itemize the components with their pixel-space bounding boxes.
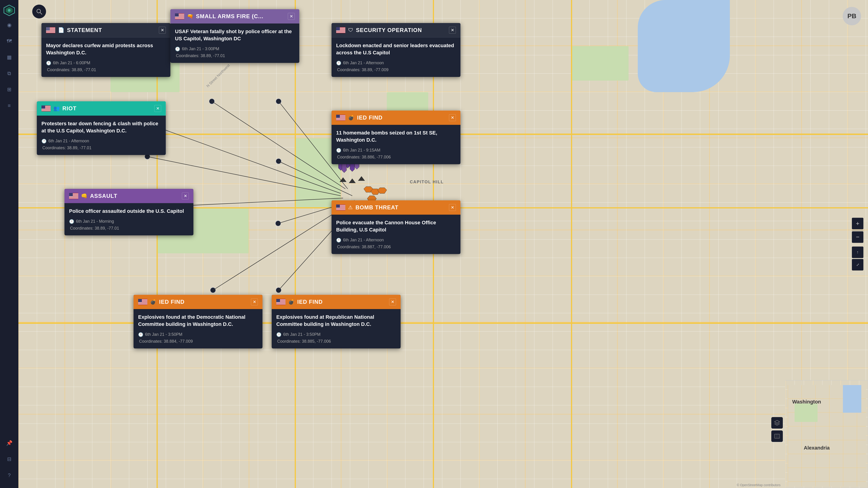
svg-rect-75 xyxy=(69,193,73,196)
bomb-time: 🕐 6th Jan 21 - Afternoon xyxy=(336,238,456,243)
ied1-type: IED FIND xyxy=(357,115,446,121)
statement-body: Mayor declares curfew amid protests acro… xyxy=(41,37,170,77)
svg-rect-113 xyxy=(276,303,285,304)
riot-body: Protesters tear down fencing & clash wit… xyxy=(37,116,166,155)
svg-marker-5 xyxy=(342,163,346,173)
expand-btn[interactable]: ⤢ xyxy=(852,259,863,270)
search-float-btn[interactable] xyxy=(32,5,46,19)
mini-map-panel[interactable]: Washington Alexandria xyxy=(785,380,868,488)
ied3-type: IED FIND xyxy=(297,299,386,305)
sidebar-help-icon[interactable]: ? xyxy=(5,471,14,480)
riot-header: 👥 RIOT ✕ xyxy=(37,101,166,116)
svg-rect-74 xyxy=(69,198,78,199)
clock-icon-8: 🕐 xyxy=(138,332,143,337)
app-logo[interactable] xyxy=(3,5,15,17)
assault-coords: Coordinates: 38.89, -77.01 xyxy=(69,226,189,231)
svg-rect-91 xyxy=(336,115,340,118)
us-flag-assault xyxy=(69,193,78,199)
ied1-close-btn[interactable]: ✕ xyxy=(449,114,456,121)
svg-marker-9 xyxy=(349,179,356,183)
svg-rect-98 xyxy=(336,210,345,210)
bomb-icon: ⚠ xyxy=(348,205,353,211)
riot-type: RIOT xyxy=(62,105,152,112)
ied1-description: 11 homemade bombs seized on 1st St SE, W… xyxy=(336,129,456,144)
mini-map-alexandria-label: Alexandria xyxy=(804,445,830,451)
svg-rect-66 xyxy=(41,111,51,111)
clock-icon-6: 🕐 xyxy=(336,148,341,153)
ied3-time: 🕐 6th Jan 21 - 3:50PM xyxy=(276,332,396,337)
clock-icon-7: 🕐 xyxy=(336,238,341,243)
map-road-v4 xyxy=(571,0,572,488)
ied2-close-btn[interactable]: ✕ xyxy=(251,299,258,305)
statement-coords: Coordinates: 38.89, -77.01 xyxy=(46,67,166,72)
svg-rect-104 xyxy=(138,302,147,303)
security-description: Lockdown enacted and senior leaders evac… xyxy=(336,42,456,56)
zoom-in-btn[interactable]: + xyxy=(852,218,863,229)
svg-rect-59 xyxy=(175,13,179,17)
small-arms-icon: 🔫 xyxy=(187,13,193,19)
user-avatar[interactable]: PB xyxy=(843,7,861,25)
map-container[interactable]: CAPITOL HILL N Street Northwest N Street… xyxy=(19,0,868,488)
map-attribution: © OpenStreetMap contributors xyxy=(737,483,780,487)
sidebar-calendar-icon[interactable]: ▦ xyxy=(5,53,14,62)
svg-rect-57 xyxy=(175,18,184,18)
assault-icon: 👊 xyxy=(81,193,87,199)
assault-header: 👊 ASSAULT ✕ xyxy=(64,189,193,203)
svg-marker-10 xyxy=(358,176,365,181)
ied2-type: IED FIND xyxy=(159,299,248,305)
bomb-threat-body: Police evacuate the Cannon House Office … xyxy=(332,215,461,254)
clock-icon-1: 🕐 xyxy=(46,61,51,66)
small-arms-description: USAF Veteran fatally shot by police offi… xyxy=(175,28,295,42)
riot-icon: 👥 xyxy=(54,105,60,112)
ied-find-2-body: Explosives found at the Democratic Natio… xyxy=(133,309,262,348)
ied-find-2-card: 💣 IED FIND ✕ Explosives found at the Dem… xyxy=(133,295,262,348)
svg-rect-64 xyxy=(41,109,51,109)
security-close-btn[interactable]: ✕ xyxy=(449,27,456,34)
ied2-description: Explosives found at the Democratic Natio… xyxy=(138,314,258,328)
sidebar-map-icon[interactable]: 🗺 xyxy=(5,37,14,46)
ied1-coords: Coordinates: 38.886, -77.006 xyxy=(336,155,456,160)
svg-rect-56 xyxy=(175,17,184,17)
svg-rect-65 xyxy=(41,110,51,110)
riot-close-btn[interactable]: ✕ xyxy=(154,105,161,112)
small-arms-close-btn[interactable]: ✕ xyxy=(288,13,295,20)
ied2-coords: Coordinates: 38.884, -77.009 xyxy=(138,339,258,344)
clock-icon-3: 🕐 xyxy=(41,139,46,144)
svg-marker-118 xyxy=(775,420,780,423)
map-ctrl-btn[interactable] xyxy=(771,430,783,442)
statement-type: STATEMENT xyxy=(67,27,156,33)
svg-rect-96 xyxy=(336,208,345,208)
sidebar-location-icon[interactable]: ◉ xyxy=(5,21,14,30)
riot-card: 👥 RIOT ✕ Protesters tear down fencing & … xyxy=(37,101,166,155)
ied-find-2-header: 💣 IED FIND ✕ xyxy=(133,295,262,309)
small-arms-coords: Coordinates: 38.89, -77.01 xyxy=(175,54,295,58)
svg-point-48 xyxy=(49,29,49,29)
ied3-close-btn[interactable]: ✕ xyxy=(389,299,396,305)
sidebar-layers-icon[interactable]: ⧉ xyxy=(5,69,14,78)
sidebar-pin-icon[interactable]: 📌 xyxy=(5,438,14,448)
bomb-close-btn[interactable]: ✕ xyxy=(449,204,456,211)
svg-rect-81 xyxy=(336,31,345,32)
statement-header: 📄 STATEMENT ✕ xyxy=(41,23,170,37)
sidebar-stack-icon[interactable]: ⊟ xyxy=(5,455,14,464)
layers-ctrl-btn[interactable] xyxy=(771,417,783,429)
ied3-icon: 💣 xyxy=(288,299,294,305)
compass-btn[interactable]: ↑ xyxy=(852,246,863,258)
clock-icon-9: 🕐 xyxy=(276,332,281,337)
clock-icon-4: 🕐 xyxy=(69,219,74,224)
statement-card: 📄 STATEMENT ✕ Mayor declares curfew amid… xyxy=(41,23,170,77)
sidebar-table-icon[interactable]: ≡ xyxy=(5,101,14,110)
sidebar-grid-icon[interactable]: ⊞ xyxy=(5,85,14,94)
ied3-description: Explosives found at Republican National … xyxy=(276,314,396,328)
security-time: 🕐 6th Jan 21 - Afternoon xyxy=(336,61,456,66)
ied-find-1-body: 11 homemade bombs seized on 1st St SE, W… xyxy=(332,125,461,164)
zoom-out-btn[interactable]: − xyxy=(852,231,863,243)
capitol-hill-label: CAPITOL HILL xyxy=(410,180,444,184)
svg-rect-37 xyxy=(46,31,55,32)
security-type: SECURITY OPERATION xyxy=(356,27,446,33)
statement-close-btn[interactable]: ✕ xyxy=(159,27,166,34)
mini-map-bg: Washington Alexandria xyxy=(785,380,868,488)
svg-rect-99 xyxy=(336,205,340,208)
svg-rect-119 xyxy=(775,434,780,438)
assault-close-btn[interactable]: ✕ xyxy=(182,192,189,200)
